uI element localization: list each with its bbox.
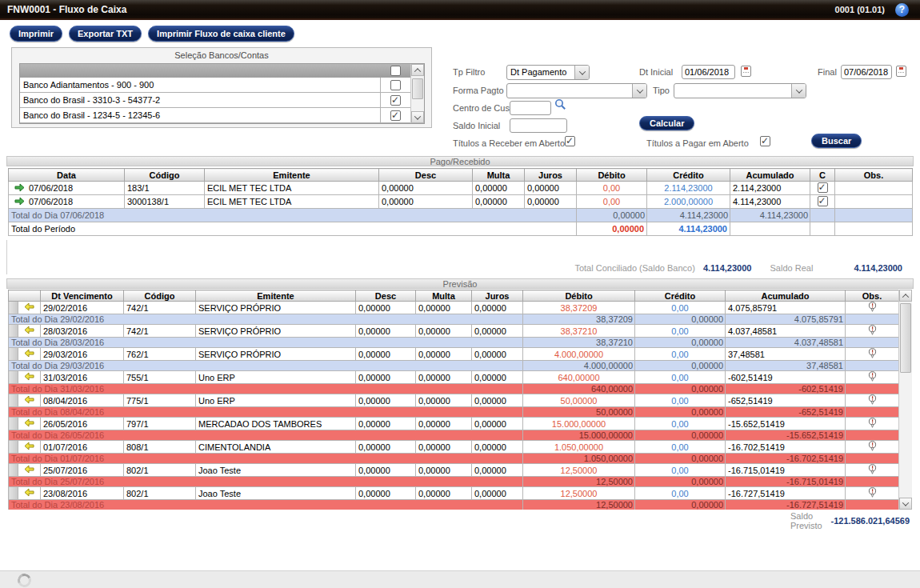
bank-row-checkbox[interactable] bbox=[390, 110, 401, 121]
previsao-obs-cell bbox=[846, 325, 899, 338]
previsao-dt-vencimento: 31/03/2016 bbox=[41, 371, 124, 384]
total-dia-acumulado: 4.114,23000 bbox=[730, 209, 810, 222]
previsao-multa: 0,00000 bbox=[416, 371, 472, 384]
previsao-obs-cell bbox=[846, 302, 899, 314]
calendar-icon[interactable] bbox=[741, 66, 751, 77]
saldo-inicial-input[interactable] bbox=[510, 118, 567, 133]
observation-icon[interactable] bbox=[868, 348, 877, 358]
previsao-header: Dt VencimentoCódigoEmitenteDescMultaJuro… bbox=[9, 290, 899, 302]
total-dia-label: Total do Dia 29/02/2016 bbox=[9, 314, 523, 325]
pago-column-header: Acumulado bbox=[730, 169, 810, 182]
previsao-debito: 12,50000 bbox=[523, 487, 635, 500]
total-dia-acumulado: -602,51419 bbox=[726, 384, 846, 394]
total-dia-debito: 50,00000 bbox=[523, 407, 635, 418]
previsao-total-dia-row: Total do Dia 26/05/201615.000,000000,000… bbox=[9, 430, 899, 441]
tp-filtro-select[interactable]: Dt Pagamento bbox=[506, 65, 590, 80]
row-selector-gutter[interactable] bbox=[9, 418, 18, 430]
observation-icon[interactable] bbox=[868, 441, 877, 451]
previsao-debito: 640,00000 bbox=[523, 371, 635, 384]
imprimir-button[interactable]: Imprimir bbox=[10, 26, 62, 42]
previsao-obs-cell bbox=[846, 348, 899, 361]
previsao-desc: 0,00000 bbox=[356, 487, 416, 500]
scroll-thumb[interactable] bbox=[412, 78, 423, 99]
row-selector-gutter[interactable] bbox=[9, 348, 18, 361]
scroll-thumb[interactable] bbox=[900, 303, 911, 373]
due-arrow-icon bbox=[24, 326, 34, 334]
centro-custo-input[interactable] bbox=[510, 101, 551, 115]
scroll-up-button[interactable] bbox=[899, 290, 912, 302]
pago-debito: 0,00 bbox=[577, 195, 647, 209]
previsao-emitente: SERVIÇO PRÓPRIO bbox=[196, 325, 356, 338]
pago-body: 07/06/2018183/1ECIL MET TEC LTDA0,000000… bbox=[9, 182, 913, 236]
previsao-table: Dt VencimentoCódigoEmitenteDescMultaJuro… bbox=[8, 290, 899, 510]
previsao-dt-vencimento: 29/03/2016 bbox=[41, 348, 124, 361]
forma-pagto-select[interactable] bbox=[506, 83, 647, 98]
observation-icon[interactable] bbox=[868, 394, 877, 405]
scroll-down-button[interactable] bbox=[899, 498, 912, 510]
conciliado-checkbox[interactable] bbox=[818, 196, 828, 206]
row-selector-gutter[interactable] bbox=[9, 371, 18, 384]
previsao-column-header: Débito bbox=[523, 290, 635, 302]
saldo-previsto-value: -121.586.021,64569 bbox=[808, 516, 910, 526]
scroll-up-button[interactable] bbox=[411, 64, 424, 76]
observation-icon[interactable] bbox=[868, 371, 877, 382]
row-selector-gutter[interactable] bbox=[9, 394, 18, 407]
previsao-section-title: Previsão bbox=[6, 278, 914, 289]
titulos-receber-checkbox[interactable] bbox=[565, 136, 575, 146]
exportar-txt-button[interactable]: Exportar TXT bbox=[69, 26, 142, 42]
tipo-select[interactable] bbox=[674, 83, 806, 98]
previsao-multa: 0,00000 bbox=[416, 394, 472, 407]
bank-row-checkbox[interactable] bbox=[390, 80, 401, 90]
bank-row[interactable]: Banco do Brasil - 3310-3 - 54377-2 bbox=[20, 93, 424, 108]
bank-selection-title: Seleção Bancos/Contas bbox=[12, 48, 431, 62]
previsao-codigo: 802/1 bbox=[124, 487, 196, 500]
bank-row-checkbox[interactable] bbox=[390, 95, 401, 106]
previsao-total-dia-row: Total do Dia 28/03/201638,372100,000004.… bbox=[9, 338, 899, 348]
observation-icon[interactable] bbox=[868, 487, 877, 498]
buscar-button[interactable]: Buscar bbox=[811, 134, 862, 148]
previsao-total-dia-row: Total do Dia 23/08/201612,500000,00000-1… bbox=[9, 500, 899, 510]
previsao-row: 29/03/2016762/1SERVIÇO PRÓPRIO0,000000,0… bbox=[9, 348, 899, 361]
conciliado-checkbox[interactable] bbox=[818, 182, 828, 193]
imprimir-fluxo-cliente-button[interactable]: Imprimir Fluxo de caixa cliente bbox=[148, 26, 294, 42]
previsao-column-header: Desc bbox=[356, 290, 416, 302]
dt-inicial-input[interactable] bbox=[682, 65, 735, 79]
total-dia-debito: 38,37210 bbox=[523, 338, 635, 348]
row-selector-gutter[interactable] bbox=[9, 464, 18, 477]
pago-credito: 2.114,23000 bbox=[647, 182, 730, 195]
row-selector-gutter[interactable] bbox=[9, 487, 18, 500]
observation-icon[interactable] bbox=[868, 418, 877, 428]
help-icon[interactable]: ? bbox=[895, 3, 909, 17]
calendar-icon[interactable] bbox=[896, 66, 906, 77]
row-selector-gutter[interactable] bbox=[9, 441, 18, 454]
chevron-down-icon bbox=[902, 499, 909, 506]
total-dia-acumulado: 37,48581 bbox=[726, 361, 846, 371]
previsao-icon-cell bbox=[18, 302, 41, 314]
previsao-obs-cell bbox=[846, 371, 899, 384]
search-icon[interactable] bbox=[554, 98, 566, 110]
previsao-dt-vencimento: 23/08/2016 bbox=[41, 487, 124, 500]
titulos-pagar-checkbox[interactable] bbox=[760, 136, 770, 146]
select-all-checkbox[interactable] bbox=[390, 66, 401, 76]
row-selector-gutter[interactable] bbox=[9, 302, 18, 314]
due-arrow-icon bbox=[24, 372, 34, 381]
bank-row[interactable]: Banco do Brasil - 1234-5 - 12345-6 bbox=[20, 108, 424, 123]
bank-row[interactable]: Banco Adiantamentos - 900 - 900 bbox=[20, 78, 424, 93]
observation-icon[interactable] bbox=[868, 325, 877, 335]
scroll-down-button[interactable] bbox=[411, 111, 424, 123]
previsao-codigo: 742/1 bbox=[124, 302, 196, 314]
observation-icon[interactable] bbox=[868, 302, 877, 312]
final-input[interactable] bbox=[841, 65, 892, 79]
total-dia-acumulado: -16.715,01419 bbox=[726, 477, 846, 487]
pago-juros: 0,00000 bbox=[525, 182, 577, 195]
previsao-credito: 0,00 bbox=[635, 441, 726, 454]
previsao-juros: 0,00000 bbox=[472, 394, 523, 407]
previsao-acumulado: -652,51419 bbox=[726, 394, 846, 407]
calcular-button[interactable]: Calcular bbox=[639, 116, 694, 130]
due-arrow-icon bbox=[24, 442, 34, 450]
pago-emitente: ECIL MET TEC LTDA bbox=[205, 182, 379, 195]
row-selector-gutter[interactable] bbox=[9, 325, 18, 338]
observation-icon[interactable] bbox=[868, 464, 877, 474]
previsao-obs-cell bbox=[846, 441, 899, 454]
previsao-debito: 1.050,00000 bbox=[523, 441, 635, 454]
